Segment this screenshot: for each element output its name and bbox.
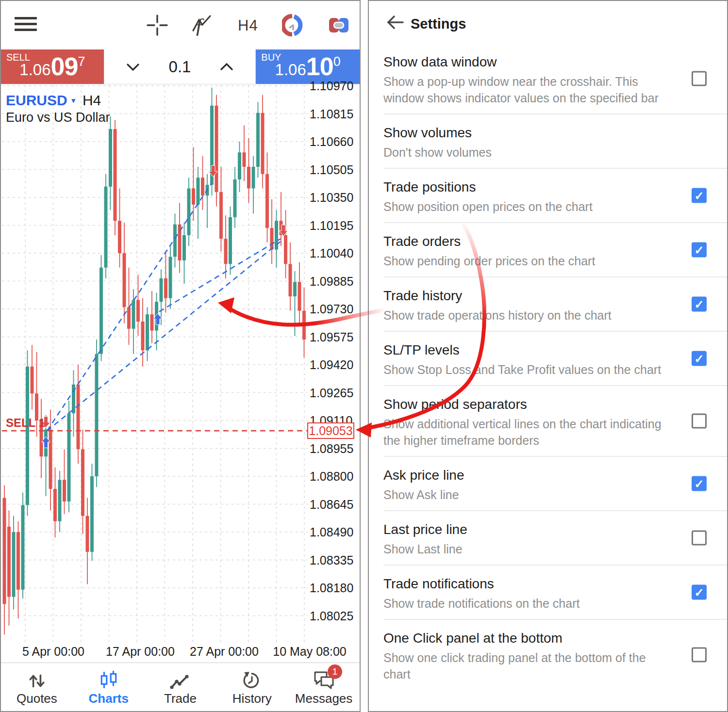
price-axis-label: 1.08180 xyxy=(310,581,353,595)
chart-toolbar: ƒ H4 xyxy=(1,1,360,49)
settings-item-show-period-separators[interactable]: Show period separatorsShow additional ve… xyxy=(383,386,727,457)
symbol-timeframe: H4 xyxy=(83,92,101,108)
checkbox-unchecked[interactable] xyxy=(692,531,707,546)
sell-button[interactable]: SELL 1.06097 xyxy=(1,49,104,84)
time-axis-label: 10 May 08:00 xyxy=(273,645,347,659)
settings-item-title: Trade positions xyxy=(383,178,669,196)
charts-candles-icon xyxy=(99,669,118,690)
nav-item-history[interactable]: History xyxy=(216,663,288,711)
settings-item-ask-price-line[interactable]: Ask price lineShow Ask line✓ xyxy=(383,457,727,511)
settings-list: Show data windowShow a pop-up window nea… xyxy=(369,44,727,690)
price-axis-label: 1.10350 xyxy=(310,191,353,205)
unread-badge: 1 xyxy=(328,664,342,679)
price-axis-label: 1.09730 xyxy=(310,302,353,316)
time-axis-label: 27 Apr 00:00 xyxy=(190,645,259,659)
price-axis-label: 1.10040 xyxy=(310,246,353,260)
nav-item-label: Charts xyxy=(89,691,129,706)
checkbox-checked[interactable]: ✓ xyxy=(692,585,707,600)
nav-item-quotes[interactable]: Quotes xyxy=(1,663,73,711)
settings-item-title: Show volumes xyxy=(383,124,669,142)
price-axis-label: 1.09265 xyxy=(310,386,353,400)
back-arrow-icon[interactable] xyxy=(386,14,405,31)
settings-item-title: Last price line xyxy=(383,520,669,539)
checkbox-checked[interactable]: ✓ xyxy=(692,188,707,203)
settings-item-trade-orders[interactable]: Trade ordersShow pending order prices on… xyxy=(383,223,727,277)
price-axis-label: 1.10505 xyxy=(310,163,353,177)
volume-value[interactable]: 0.1 xyxy=(169,58,191,76)
nav-item-label: History xyxy=(232,691,272,706)
time-axis-label: 5 Apr 00:00 xyxy=(22,645,84,659)
symbol-header[interactable]: EURUSD ▾ H4 Euro vs US Dollar xyxy=(6,91,110,126)
settings-item-one-click-panel-at-the-bottom[interactable]: One Click panel at the bottomShow one cl… xyxy=(383,620,727,690)
nav-item-messages[interactable]: 1Messages xyxy=(288,663,360,711)
symbol-description: Euro vs US Dollar xyxy=(6,110,110,126)
settings-item-title: SL/TP levels xyxy=(383,341,669,359)
price-axis-label: 1.10660 xyxy=(310,135,353,149)
price-axis-label: 1.10815 xyxy=(310,107,353,121)
objects-clock-icon[interactable] xyxy=(281,14,305,37)
nav-item-trade[interactable]: Trade xyxy=(145,663,216,711)
history-clock-icon xyxy=(242,669,262,690)
settings-item-description: Show trade notifications on the chart xyxy=(383,595,669,612)
price-axis-label: 1.09420 xyxy=(310,358,353,372)
nav-item-charts[interactable]: Charts xyxy=(73,663,145,711)
chart-panel: ƒ H4 xyxy=(0,0,361,712)
price-axis-label: 1.08645 xyxy=(310,498,353,512)
nav-item-label: Quotes xyxy=(17,691,57,706)
price-axis-label: 1.10970 xyxy=(310,79,353,93)
one-click-trading-icon[interactable] xyxy=(327,14,350,37)
settings-title: Settings xyxy=(411,16,466,32)
sell-position-label: SELL 1 xyxy=(6,416,45,430)
checkbox-unchecked[interactable] xyxy=(692,414,707,429)
nav-item-label: Messages xyxy=(295,691,353,706)
price-axis-label: 1.08955 xyxy=(310,442,353,456)
volume-decrease-chevron[interactable] xyxy=(125,61,141,73)
symbol-name[interactable]: EURUSD xyxy=(6,92,67,108)
settings-item-description: Don't show volumes xyxy=(383,144,669,161)
settings-item-title: Trade history xyxy=(383,287,669,305)
settings-item-title: One Click panel at the bottom xyxy=(383,629,669,647)
volume-stepper: 0.1 xyxy=(104,49,256,84)
settings-item-title: Ask price line xyxy=(383,466,669,485)
checkbox-unchecked[interactable] xyxy=(692,71,707,86)
checkbox-checked[interactable]: ✓ xyxy=(692,243,707,258)
settings-item-title: Trade orders xyxy=(383,232,669,251)
checkbox-checked[interactable]: ✓ xyxy=(692,351,707,366)
settings-item-title: Show data window xyxy=(383,53,669,71)
settings-item-description: Show one click trading panel at the bott… xyxy=(383,649,669,682)
price-axis-label: 1.09575 xyxy=(310,330,353,344)
settings-item-description: Show trade operations history on the cha… xyxy=(383,307,669,324)
checkbox-checked[interactable]: ✓ xyxy=(692,476,707,491)
price-axis-label: 1.10195 xyxy=(310,219,353,233)
settings-item-description: Show a pop-up window near the crosshair.… xyxy=(383,73,669,106)
settings-item-show-volumes[interactable]: Show volumesDon't show volumes xyxy=(383,114,727,169)
settings-item-trade-notifications[interactable]: Trade notificationsShow trade notificati… xyxy=(383,566,727,620)
settings-item-description: Show pending order prices on the chart xyxy=(383,253,669,269)
volume-increase-chevron[interactable] xyxy=(218,61,235,73)
mt-app-screenshot: ƒ H4 xyxy=(0,0,728,712)
menu-icon[interactable] xyxy=(15,17,37,33)
settings-item-trade-positions[interactable]: Trade positionsShow position open prices… xyxy=(383,169,727,223)
time-axis-label: 17 Apr 00:00 xyxy=(106,645,175,659)
candlestick-chart[interactable] xyxy=(1,84,360,664)
settings-item-description: Show additional vertical lines on the ch… xyxy=(383,416,669,449)
crosshair-icon[interactable] xyxy=(146,14,169,37)
trade-bar: SELL 1.06097 0.1 BUY 1.06100 xyxy=(1,49,360,84)
settings-item-trade-history[interactable]: Trade historyShow trade operations histo… xyxy=(383,277,727,332)
settings-panel: Settings Show data windowShow a pop-up w… xyxy=(368,0,728,712)
checkbox-unchecked[interactable] xyxy=(692,647,707,663)
nav-item-label: Trade xyxy=(164,691,197,706)
settings-item-description: Show Stop Loss and Take Profit values on… xyxy=(383,361,669,378)
settings-item-last-price-line[interactable]: Last price lineShow Last line xyxy=(383,511,727,566)
price-axis-label: 1.09885 xyxy=(310,275,353,289)
indicators-icon[interactable]: ƒ xyxy=(190,14,214,37)
settings-item-description: Show Ask line xyxy=(383,486,669,503)
settings-item-sl-tp-levels[interactable]: SL/TP levelsShow Stop Loss and Take Prof… xyxy=(383,332,727,386)
price-axis-label: 1.08335 xyxy=(310,553,353,567)
settings-header: Settings xyxy=(369,1,727,44)
checkbox-checked[interactable]: ✓ xyxy=(692,297,707,312)
timeframe-button[interactable]: H4 xyxy=(238,17,258,34)
quotes-arrows-icon xyxy=(28,669,46,690)
price-axis-label: 1.08490 xyxy=(310,525,353,539)
settings-item-show-data-window[interactable]: Show data windowShow a pop-up window nea… xyxy=(383,44,727,114)
